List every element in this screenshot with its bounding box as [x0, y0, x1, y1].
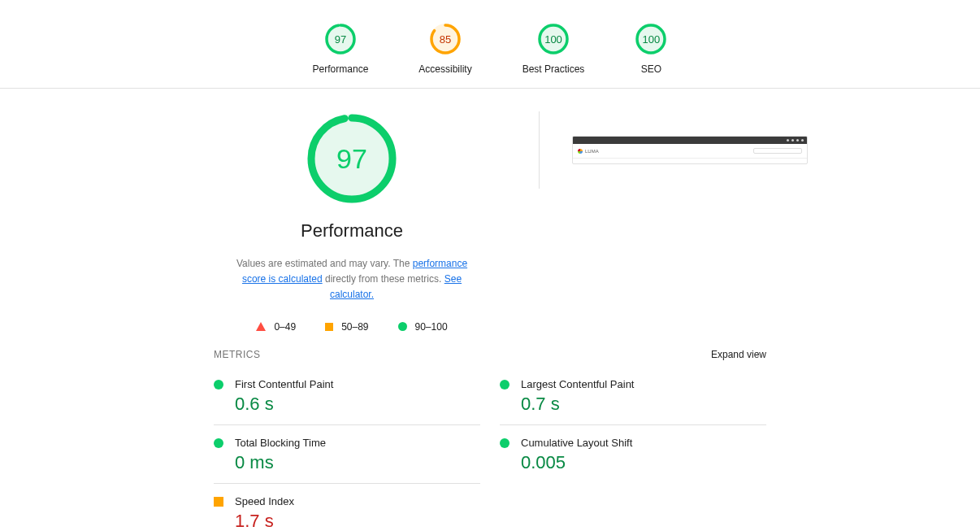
- gauge-best-practices: 100: [537, 23, 570, 55]
- preview-brand: LUMA: [585, 149, 599, 154]
- metric-value: 0.005: [521, 452, 632, 473]
- metric-lcp: Largest Contentful Paint 0.7 s: [500, 363, 766, 424]
- gauge-performance: 97: [324, 23, 357, 55]
- triangle-icon: [256, 322, 266, 331]
- gauge-value: 85: [429, 23, 462, 55]
- circle-icon: [214, 438, 223, 448]
- performance-title: Performance: [301, 220, 403, 242]
- scale-pass: 90–100: [415, 321, 448, 333]
- metric-si: Speed Index 1.7 s: [214, 483, 480, 531]
- summary-label: Performance: [313, 63, 369, 75]
- square-icon: [325, 323, 333, 331]
- gauge-accessibility: 85: [429, 23, 462, 55]
- summary-label: SEO: [641, 63, 661, 75]
- scale-fail: 0–49: [274, 321, 296, 333]
- circle-icon: [500, 438, 510, 448]
- metric-tbt: Total Blocking Time 0 ms: [214, 424, 480, 483]
- gauge-performance-big: 97: [305, 111, 399, 206]
- expand-view-toggle[interactable]: Expand view: [711, 349, 766, 360]
- summary-label: Best Practices: [523, 63, 585, 75]
- summary-performance[interactable]: 97 Performance: [313, 23, 369, 75]
- metric-value: 0 ms: [235, 452, 326, 473]
- summary-seo[interactable]: 100 SEO: [635, 23, 667, 75]
- category-summary-row: 97 Performance 85 Accessibility 100 Best…: [0, 0, 980, 89]
- performance-description: Values are estimated and may vary. The p…: [230, 256, 474, 303]
- summary-best-practices[interactable]: 100 Best Practices: [523, 23, 585, 75]
- metric-name: Total Blocking Time: [235, 437, 326, 449]
- summary-label: Accessibility: [418, 63, 471, 75]
- metric-name: First Contentful Paint: [235, 378, 333, 390]
- metric-cls: Cumulative Layout Shift 0.005: [500, 424, 766, 483]
- metric-name: Cumulative Layout Shift: [521, 437, 632, 449]
- performance-section: 97 Performance Values are estimated and …: [214, 111, 766, 531]
- desc-text: directly from these metrics.: [323, 273, 444, 285]
- circle-icon: [398, 322, 407, 331]
- score-scale-legend: 0–49 50–89 90–100: [256, 321, 447, 333]
- metric-value: 0.6 s: [235, 394, 333, 415]
- square-icon: [214, 497, 223, 507]
- gauge-value: 97: [324, 23, 357, 55]
- circle-icon: [214, 380, 223, 390]
- metric-name: Largest Contentful Paint: [521, 378, 634, 390]
- circle-icon: [500, 380, 510, 390]
- gauge-value: 100: [635, 23, 667, 55]
- page-screenshot-thumbnail: LUMA: [572, 136, 808, 164]
- metrics-heading: METRICS: [214, 349, 261, 360]
- metrics-grid: First Contentful Paint 0.6 s Largest Con…: [214, 363, 766, 531]
- desc-text: Values are estimated and may vary. The: [236, 258, 413, 269]
- luma-logo-icon: [578, 149, 583, 154]
- metric-fcp: First Contentful Paint 0.6 s: [214, 363, 480, 424]
- summary-accessibility[interactable]: 85 Accessibility: [418, 23, 471, 75]
- gauge-seo: 100: [635, 23, 667, 55]
- metric-value: 1.7 s: [235, 511, 294, 531]
- gauge-value: 100: [537, 23, 570, 55]
- preview-search-field: [753, 148, 802, 154]
- metric-name: Speed Index: [235, 495, 294, 507]
- metric-value: 0.7 s: [521, 394, 634, 415]
- gauge-big-value: 97: [305, 111, 399, 206]
- scale-avg: 50–89: [341, 321, 368, 333]
